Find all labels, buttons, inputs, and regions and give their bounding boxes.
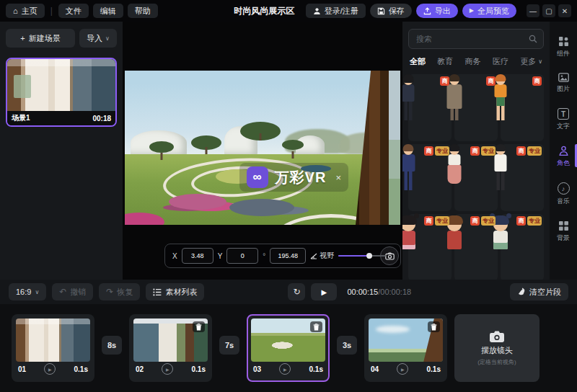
scenes-panel: + 新建场景 导入 ∨ 场景1 00:18 [0,22,123,280]
x-label: X [172,252,177,260]
text-icon: T [558,108,569,120]
fov-label: 视野 [320,251,334,261]
clear-clips-button[interactable]: 清空片段 [510,283,568,300]
search-icon[interactable] [529,35,537,43]
close-icon[interactable]: ✕ [558,4,571,17]
character-card[interactable]: 商专业 [408,144,452,211]
character-card[interactable]: 商 [408,74,452,141]
sidebar-item-components[interactable]: 组件 [550,36,577,58]
clip-play-icon[interactable]: ▶ [279,363,291,375]
sidebar-item-images[interactable]: 图片 [550,73,577,94]
commercial-badge: 商 [440,76,449,86]
search-box [408,29,544,49]
window-glass [389,71,400,225]
pro-badge: 专业 [435,216,449,226]
timeline-clip-03[interactable]: 03 ▶ 0.1s [247,314,330,382]
clip-duration: 0.1s [74,365,88,373]
preview-tree [240,122,281,141]
menu-edit[interactable]: 编辑 [93,4,123,18]
sidebar-item-text[interactable]: T 文字 [550,108,577,131]
commercial-badge: 商 [532,76,542,86]
tab-business[interactable]: 商务 [465,56,481,67]
global-preview-label: 全局预览 [477,6,509,17]
character-card[interactable]: 商专业 [408,214,452,280]
login-button[interactable]: 登录/注册 [306,4,366,18]
global-preview-button[interactable]: ▶ 全局预览 [462,4,516,18]
character-card[interactable]: 商 [454,74,498,141]
tab-medical[interactable]: 医疗 [493,56,508,67]
transition-duration-badge[interactable]: 7s [219,336,239,355]
aspect-ratio-button[interactable]: 16:9 ∨ [9,283,46,300]
character-card[interactable]: 商 [501,74,544,141]
import-button[interactable]: 导入 ∨ [79,29,117,48]
music-icon: ♪ [558,182,570,195]
camera-icon [489,330,505,343]
angle-icon [310,253,317,259]
minimize-icon[interactable]: — [527,4,539,17]
clip-number: 02 [136,365,144,373]
aspect-ratio-value: 16:9 [16,288,31,296]
sidebar-item-characters[interactable]: 角色 [550,146,577,168]
save-button[interactable]: 保存 [370,4,412,18]
chevron-down-icon: ∨ [35,289,39,295]
delete-clip-icon[interactable] [193,321,205,332]
transition-duration-badge[interactable]: 8s [102,336,122,355]
timeline-clip-01[interactable]: 01 ▶ 0.1s [12,314,94,382]
scene-name: 场景1 [12,113,30,123]
tab-more[interactable]: 更多 ∨ [520,56,542,67]
export-label: 导出 [435,6,451,17]
scene-card-1[interactable]: 场景1 00:18 [6,58,117,127]
clip-play-icon[interactable]: ▶ [397,363,408,375]
menu-help[interactable]: 帮助 [128,4,158,18]
save-icon [377,7,385,15]
clip-number: 04 [371,365,379,373]
home-button[interactable]: ⌂ 主页 [6,4,45,18]
camera-controls-bar: X Y ° 视野 [164,244,401,268]
app-window: ⌂ 主页 | 文件 编辑 帮助 时尚风尚展示区 登录/注册 保存 导出 ▶ [0,0,577,392]
redo-button[interactable]: ↷ 恢复 [99,283,140,300]
material-list-label: 素材列表 [165,287,197,298]
x-input[interactable] [182,248,213,264]
place-camera-button[interactable]: 摆放镜头 (定格当前视角) [454,314,539,382]
play-button[interactable]: ▶ [311,283,337,300]
clip-play-icon[interactable]: ▶ [44,363,56,375]
maximize-icon[interactable]: ▢ [542,4,555,17]
undo-button[interactable]: ↶ 撤销 [52,283,93,300]
clip-duration: 0.1s [192,365,206,373]
character-card[interactable]: 商专业 [501,214,544,280]
y-input[interactable] [226,248,258,264]
rotation-input[interactable] [270,248,306,264]
user-icon [313,7,321,15]
clip-number: 03 [253,365,261,373]
tab-education[interactable]: 教育 [437,56,453,67]
transition-duration-badge[interactable]: 3s [337,336,357,355]
delete-clip-icon[interactable] [310,321,322,332]
undo-icon: ↶ [59,287,66,297]
loop-button[interactable]: ↻ [288,283,305,300]
timecode: 00:00:15/00:00:18 [347,288,411,296]
export-button[interactable]: 导出 [416,4,458,18]
clip-duration: 0.1s [309,365,323,373]
clip-play-icon[interactable]: ▶ [162,363,173,375]
video-preview[interactable]: ∞ 万彩VR × [125,71,400,225]
sidebar-item-music[interactable]: ♪ 音乐 [550,182,577,206]
character-card[interactable]: 商专业 [454,214,498,280]
character-card[interactable]: 商专业 [454,144,498,211]
fov-slider-thumb[interactable] [366,253,372,259]
watermark-close-icon[interactable]: × [335,172,341,183]
timeline-clip-04[interactable]: 04 ▶ 0.1s [364,314,447,382]
fov-slider[interactable] [338,251,386,261]
character-card[interactable]: 商专业 [501,144,544,211]
menu-file[interactable]: 文件 [58,4,89,18]
material-list-button[interactable]: 素材列表 [146,283,204,300]
image-icon [558,73,569,82]
tab-all[interactable]: 全部 [410,56,426,67]
new-scene-button[interactable]: + 新建场景 [6,29,75,48]
time-current: 00:00:15 [347,288,378,296]
search-input[interactable] [415,34,524,44]
pro-badge: 专业 [527,216,542,226]
timeline-clip-02[interactable]: 02 ▶ 0.1s [129,314,212,382]
project-title: 时尚风尚展示区 [227,5,301,17]
delete-clip-icon[interactable] [428,321,440,332]
sidebar-item-background[interactable]: 背景 [550,220,577,243]
